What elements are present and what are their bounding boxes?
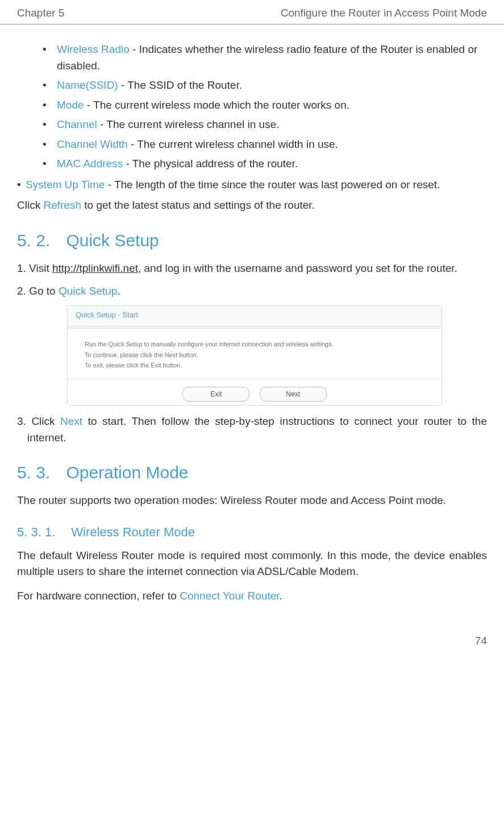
term-channel-width: Channel Width bbox=[57, 138, 128, 150]
term-wireless-radio: Wireless Radio bbox=[57, 43, 130, 55]
heading-title-53: Operation Mode bbox=[66, 463, 188, 482]
refresh-pre: Click bbox=[17, 199, 43, 211]
step3-pre: 3. Click bbox=[17, 415, 60, 427]
refresh-paragraph: Click Refresh to get the latest status a… bbox=[17, 197, 487, 214]
sub-bullet-list: Wireless Radio - Indicates whether the w… bbox=[43, 42, 487, 172]
term-next: Next bbox=[60, 415, 82, 427]
desc-channel: - The current wireless channel in use. bbox=[97, 118, 280, 130]
term-connect-your-router: Connect Your Router bbox=[180, 590, 279, 602]
screenshot-button-row: Exit Next bbox=[68, 379, 441, 405]
term-quick-setup: Quick Setup bbox=[59, 285, 118, 297]
desc-channel-width: - The current wireless channel width in … bbox=[128, 138, 338, 150]
heading-title-531: Wireless Router Mode bbox=[71, 525, 195, 539]
screenshot-body: Run the Quick Setup to manually configur… bbox=[68, 329, 441, 379]
operation-mode-intro: The router supports two operation modes:… bbox=[17, 493, 487, 509]
term-mode: Mode bbox=[57, 99, 84, 111]
step1-pre: 1. Visit bbox=[17, 262, 52, 274]
term-refresh: Refresh bbox=[43, 199, 81, 211]
bullet-system-uptime: System Up Time - The length of the time … bbox=[17, 177, 487, 193]
step2-post: . bbox=[117, 285, 120, 297]
bullet-wireless-radio: Wireless Radio - Indicates whether the w… bbox=[43, 42, 487, 74]
screenshot-line1: Run the Quick Setup to manually configur… bbox=[85, 339, 430, 350]
header-title: Configure the Router in Access Point Mod… bbox=[281, 7, 487, 19]
step1-post: , and log in with the username and passw… bbox=[138, 262, 457, 274]
exit-button[interactable]: Exit bbox=[182, 387, 249, 402]
heading-num-52: 5. 2. bbox=[17, 231, 50, 250]
desc-mode: - The current wireless mode which the ro… bbox=[84, 99, 349, 111]
wireless-router-p2: For hardware connection, refer to Connec… bbox=[17, 588, 487, 605]
term-channel: Channel bbox=[57, 118, 97, 130]
step2-pre: 2. Go to bbox=[17, 285, 59, 297]
step-1: 1. Visit http://tplinkwifi.net, and log … bbox=[17, 260, 487, 277]
desc-name-ssid: - The SSID of the Router. bbox=[118, 79, 242, 91]
bullet-channel: Channel - The current wireless channel i… bbox=[43, 117, 487, 133]
chapter-label: Chapter 5 bbox=[17, 7, 64, 19]
heading-num-531: 5. 3. 1. bbox=[17, 525, 55, 539]
heading-operation-mode: 5. 3.Operation Mode bbox=[17, 463, 487, 482]
next-button[interactable]: Next bbox=[260, 387, 327, 402]
step3-post: to start. Then follow the step-by-step i… bbox=[27, 415, 487, 444]
step-2: 2. Go to Quick Setup. Quick Setup - Star… bbox=[17, 283, 487, 405]
main-bullet-list: System Up Time - The length of the time … bbox=[17, 177, 487, 193]
step-3: 3. Click Next to start. Then follow the … bbox=[17, 413, 487, 446]
screenshot-line2: To continue, please click the Next butto… bbox=[85, 350, 430, 361]
wireless-router-p1: The default Wireless Router mode is requ… bbox=[17, 548, 487, 580]
heading-quick-setup: 5. 2.Quick Setup bbox=[17, 231, 487, 250]
refresh-post: to get the latest status and settings of… bbox=[81, 199, 315, 211]
quick-setup-screenshot: Quick Setup - Start Run the Quick Setup … bbox=[67, 305, 442, 406]
term-mac-address: MAC Address bbox=[57, 158, 123, 169]
screenshot-title: Quick Setup - Start bbox=[68, 306, 441, 327]
desc-system-uptime: - The length of the time since the route… bbox=[105, 179, 440, 191]
screenshot-line3: To exit, please click the Exit button. bbox=[85, 360, 430, 371]
bullet-mode: Mode - The current wireless mode which t… bbox=[43, 97, 487, 114]
page-number: 74 bbox=[0, 635, 504, 659]
desc-mac-address: - The physical address of the router. bbox=[123, 158, 298, 169]
p2-pre: For hardware connection, refer to bbox=[17, 590, 180, 602]
quick-setup-steps: 1. Visit http://tplinkwifi.net, and log … bbox=[17, 260, 487, 446]
term-name-ssid: Name(SSID) bbox=[57, 79, 118, 91]
tplink-url-link[interactable]: http://tplinkwifi.net bbox=[52, 262, 138, 274]
term-system-uptime: System Up Time bbox=[26, 179, 105, 191]
heading-wireless-router-mode: 5. 3. 1.Wireless Router Mode bbox=[17, 525, 487, 540]
page-content: Wireless Radio - Indicates whether the w… bbox=[0, 24, 504, 635]
heading-num-53: 5. 3. bbox=[17, 463, 50, 482]
bullet-mac-address: MAC Address - The physical address of th… bbox=[43, 156, 487, 172]
p2-post: . bbox=[280, 590, 282, 602]
bullet-channel-width: Channel Width - The current wireless cha… bbox=[43, 136, 487, 153]
heading-title-52: Quick Setup bbox=[66, 231, 159, 250]
bullet-name-ssid: Name(SSID) - The SSID of the Router. bbox=[43, 77, 487, 94]
page-header: Chapter 5 Configure the Router in Access… bbox=[0, 0, 504, 24]
